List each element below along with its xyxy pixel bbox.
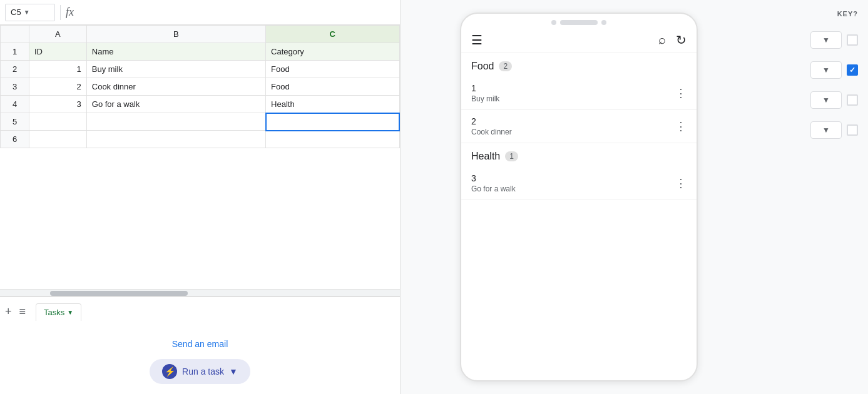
phone-dot-2	[601, 20, 606, 25]
phone-pill	[560, 20, 598, 25]
cell-id[interactable]: 2	[29, 78, 87, 96]
table-row: 3 2 Cook dinner Food	[1, 78, 400, 96]
sheet-tab-icons: + ≡	[5, 305, 26, 318]
scrollbar-thumb[interactable]	[50, 291, 188, 296]
key-row-4: ▼	[767, 118, 858, 143]
key-row-2: ▼	[767, 58, 858, 83]
column-header-row: A B C	[1, 26, 400, 43]
phone-app-bar: ☰ ⌕ ↻	[461, 28, 697, 53]
cell-category[interactable]: Food	[266, 78, 399, 96]
row-num-1: 1	[1, 43, 29, 61]
bottom-section: Send an email ⚡ Run a task ▼	[0, 326, 400, 394]
cell-empty[interactable]	[266, 131, 399, 148]
task-menu-icon-3[interactable]: ⋮	[675, 176, 687, 190]
add-sheet-icon[interactable]: +	[5, 305, 12, 318]
task-id-3: 3	[471, 173, 516, 183]
cell-name[interactable]: Buy milk	[86, 61, 265, 78]
key-dropdown-2[interactable]: ▼	[810, 61, 842, 79]
col-header-c[interactable]: C	[266, 26, 399, 43]
key-row-3: ▼	[767, 88, 858, 113]
hamburger-menu-icon[interactable]: ☰	[471, 33, 483, 48]
cell-id[interactable]: 1	[29, 61, 87, 78]
phone-panel: ☰ ⌕ ↻ Food 2 1 Buy milk ⋮ 2	[401, 0, 757, 394]
cell-name[interactable]: Go for a walk	[86, 96, 265, 113]
right-panel: KEY? ▼ ▼ ▼ ▼	[757, 0, 868, 394]
refresh-icon[interactable]: ↻	[676, 33, 687, 48]
run-task-dropdown-icon[interactable]: ▼	[229, 366, 238, 376]
phone-mockup: ☰ ⌕ ↻ Food 2 1 Buy milk ⋮ 2	[460, 13, 698, 381]
horizontal-scrollbar[interactable]	[0, 289, 400, 296]
formula-icon: fx	[66, 6, 74, 19]
task-item-1[interactable]: 1 Buy milk ⋮	[461, 77, 697, 110]
spreadsheet-panel: C5 ▼ fx A B C 1 ID Name Cat	[0, 0, 401, 394]
task-name-3: Go for a walk	[471, 184, 516, 193]
sheet-tab-dropdown-icon[interactable]: ▼	[67, 309, 73, 316]
row-num: 6	[1, 131, 29, 148]
task-info-1: 1 Buy milk	[471, 83, 499, 103]
phone-content: Food 2 1 Buy milk ⋮ 2 Cook dinner ⋮ Heal…	[461, 53, 697, 380]
key-dropdown-4[interactable]: ▼	[810, 121, 842, 139]
header-id[interactable]: ID	[29, 43, 87, 61]
key-checkbox-2[interactable]	[847, 64, 858, 76]
spreadsheet-grid: A B C 1 ID Name Category 2 1 Buy milk	[0, 25, 400, 288]
row-num: 3	[1, 78, 29, 96]
sheet-tab-bar: + ≡ Tasks ▼	[0, 296, 400, 326]
formula-divider	[60, 5, 61, 20]
category-health-badge: 1	[505, 151, 518, 161]
task-item-2[interactable]: 2 Cook dinner ⋮	[461, 110, 697, 143]
category-health-header: Health 1	[461, 143, 697, 167]
cell-ref-dropdown-icon[interactable]: ▼	[24, 9, 30, 16]
cell-name[interactable]: Cook dinner	[86, 78, 265, 96]
send-email-link[interactable]: Send an email	[172, 339, 228, 349]
lightning-icon: ⚡	[162, 364, 177, 379]
grid-table: A B C 1 ID Name Category 2 1 Buy milk	[0, 25, 400, 148]
cell-empty[interactable]	[86, 131, 265, 148]
app-bar-actions: ⌕ ↻	[658, 33, 687, 48]
cell-category[interactable]: Health	[266, 96, 399, 113]
key-checkbox-4[interactable]	[847, 124, 858, 136]
category-food-header: Food 2	[461, 53, 697, 77]
task-menu-icon-1[interactable]: ⋮	[675, 86, 687, 100]
header-category[interactable]: Category	[266, 43, 399, 61]
key-dropdown-3[interactable]: ▼	[810, 91, 842, 109]
row-num: 4	[1, 96, 29, 113]
task-info-3: 3 Go for a walk	[471, 173, 516, 193]
cell-empty[interactable]	[86, 113, 265, 131]
table-row: 4 3 Go for a walk Health	[1, 96, 400, 113]
cell-id[interactable]: 3	[29, 96, 87, 113]
list-sheets-icon[interactable]: ≡	[19, 305, 26, 318]
key-checkbox-1[interactable]	[847, 34, 858, 46]
category-health-label: Health	[471, 151, 500, 162]
search-icon[interactable]: ⌕	[658, 33, 666, 48]
table-row: 1 ID Name Category	[1, 43, 400, 61]
cell-category[interactable]: Food	[266, 61, 399, 78]
table-row: 2 1 Buy milk Food	[1, 61, 400, 78]
key-label: KEY?	[767, 10, 858, 18]
phone-dot-1	[551, 20, 556, 25]
col-header-a[interactable]: A	[29, 26, 87, 43]
row-num: 2	[1, 61, 29, 78]
run-task-label: Run a task	[182, 366, 224, 376]
task-name-2: Cook dinner	[471, 128, 512, 136]
task-id-2: 2	[471, 116, 512, 126]
col-header-b[interactable]: B	[86, 26, 265, 43]
key-checkbox-3[interactable]	[847, 94, 858, 106]
category-food-label: Food	[471, 61, 494, 72]
corner-header	[1, 26, 29, 43]
cell-empty[interactable]	[29, 113, 87, 131]
formula-bar: C5 ▼ fx	[0, 0, 400, 25]
table-row: 5	[1, 113, 400, 131]
key-dropdown-1[interactable]: ▼	[810, 31, 842, 49]
sheet-tab-tasks[interactable]: Tasks ▼	[36, 303, 81, 321]
cell-active[interactable]	[266, 113, 399, 131]
sheet-tab-label: Tasks	[44, 308, 64, 317]
phone-top-bar	[461, 14, 697, 28]
header-name[interactable]: Name	[86, 43, 265, 61]
task-menu-icon-2[interactable]: ⋮	[675, 119, 687, 133]
task-item-3[interactable]: 3 Go for a walk ⋮	[461, 167, 697, 200]
cell-empty[interactable]	[29, 131, 87, 148]
cell-reference-box[interactable]: C5 ▼	[5, 4, 55, 21]
run-task-button[interactable]: ⚡ Run a task ▼	[150, 359, 250, 384]
key-row-1: ▼	[767, 28, 858, 53]
cell-ref-value: C5	[11, 8, 21, 17]
